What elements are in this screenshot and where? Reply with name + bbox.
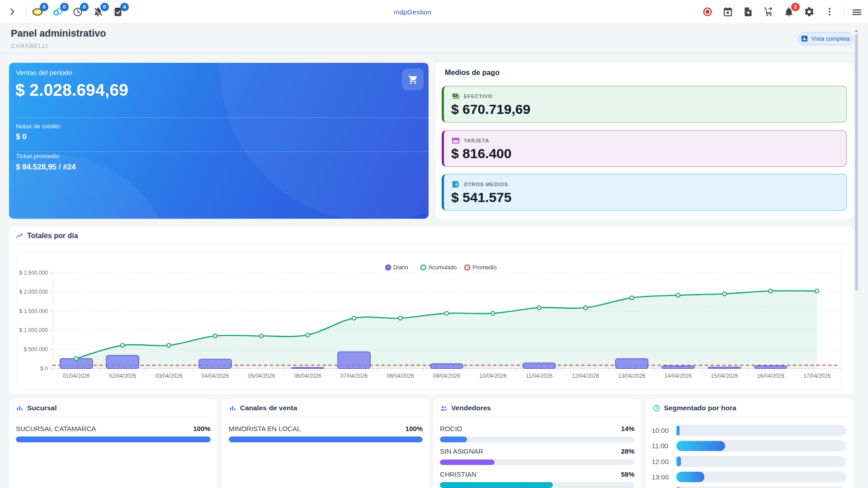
hours-card-divider <box>653 417 847 417</box>
payment-method-value: $ 541.575 <box>451 190 511 205</box>
clock-cyan-icon <box>653 404 660 412</box>
payment-method-row-tarjeta: TARJETA$ 816.400 <box>442 130 847 167</box>
topbar-left-group: 0 0 0 0 4 <box>0 0 126 23</box>
sales-card-divider <box>16 117 429 118</box>
list-item: 11:00 <box>652 440 847 451</box>
daily-totals-titlerow: Totales por día <box>16 232 78 240</box>
svg-text:$ 1.500.000: $ 1.500.000 <box>19 308 48 314</box>
svg-text:10/04/2026: 10/04/2026 <box>479 373 506 379</box>
topbar-module-icons: 0 0 0 0 4 <box>30 3 126 21</box>
branch-list: SUCURSAL CATAMARCA100% <box>16 425 211 448</box>
daily-totals-card: Totales por día $ 0$ 500.000$ 1.000.000$… <box>9 226 854 394</box>
scrollbar-up-arrow[interactable] <box>854 30 858 32</box>
people-icon <box>440 404 448 412</box>
task-check-button[interactable]: 4 <box>110 3 126 21</box>
bar-report-icon <box>801 35 808 42</box>
svg-text:12/04/2026: 12/04/2026 <box>572 373 599 379</box>
list-item: SIN ASIGNAR28% <box>440 448 634 465</box>
sync-circles-button[interactable]: 0 <box>50 3 66 21</box>
scrollbar-thumb[interactable] <box>855 34 858 291</box>
bell-button[interactable]: 2 <box>781 3 797 21</box>
progress-track <box>440 482 634 488</box>
channels-card: Canales de ventaMINORISTA EN LOCAL100% <box>222 399 430 488</box>
legend-item-diario[interactable]: Diario <box>386 264 408 271</box>
full-view-button[interactable]: Vista completa <box>798 32 853 45</box>
progress-track <box>440 436 634 442</box>
sidebar-expand-chevron-icon[interactable] <box>5 5 19 19</box>
notification-badge: 0 <box>60 3 69 11</box>
svg-text:$ 1.000.000: $ 1.000.000 <box>19 327 48 333</box>
line-chart-icon <box>16 232 24 240</box>
item-label: SUCURSAL CATAMARCA <box>16 425 96 432</box>
svg-text:Promedio: Promedio <box>472 264 497 271</box>
list-item: 12:00 <box>652 456 847 467</box>
svg-text:Acumulado: Acumulado <box>429 264 457 271</box>
svg-text:17/04/2026: 17/04/2026 <box>803 373 830 379</box>
hour-label: 13:00 <box>652 473 676 481</box>
avg-ticket-label: Ticket promedio <box>16 153 59 160</box>
payment-method-label: TARJETA <box>464 138 489 143</box>
svg-text:05/04/2026: 05/04/2026 <box>248 373 275 379</box>
record-button[interactable] <box>700 3 715 21</box>
cash-icon <box>452 92 460 100</box>
notification-badge: 2 <box>791 3 800 11</box>
list-item: 10:00 <box>652 425 847 436</box>
list-item: MINORISTA EN LOCAL100% <box>229 425 423 442</box>
svg-text:13/04/2026: 13/04/2026 <box>618 373 645 379</box>
svg-text:04/04/2026: 04/04/2026 <box>202 373 229 379</box>
item-percent: 100% <box>193 425 210 432</box>
sellers-card-title: Vendedores <box>451 404 491 412</box>
progress-fill <box>440 482 553 488</box>
list-item: 13:00 <box>652 471 847 483</box>
legend-item-acumulado[interactable]: Acumulado <box>421 264 457 271</box>
svg-text:08/04/2026: 08/04/2026 <box>387 373 414 379</box>
progress-fill <box>16 436 211 442</box>
svg-text:$ 2.500.000: $ 2.500.000 <box>19 270 48 276</box>
notifications-off-button[interactable]: 0 <box>90 3 106 21</box>
svg-text:02/04/2026: 02/04/2026 <box>109 373 136 379</box>
sellers-card-divider <box>440 417 634 417</box>
mercadopago-button[interactable]: 0 <box>30 3 45 21</box>
notification-badge: 0 <box>80 3 89 11</box>
cart-icon <box>408 75 418 85</box>
svg-text:14/04/2026: 14/04/2026 <box>665 373 692 379</box>
page-scrollbar <box>854 24 868 488</box>
clock-button[interactable]: 0 <box>70 3 85 21</box>
gear-icon <box>804 6 815 17</box>
note-add-icon <box>743 6 754 17</box>
progress-fill <box>229 436 423 442</box>
hamburger-menu-icon[interactable] <box>849 3 864 21</box>
kebab-menu-button[interactable] <box>822 3 837 21</box>
item-percent: 100% <box>406 425 423 432</box>
sales-card-title: Ventas del periodo <box>16 69 72 76</box>
daily-totals-divider <box>15 244 847 244</box>
gear-button[interactable] <box>802 3 817 21</box>
cart-checkout-button[interactable] <box>761 3 776 21</box>
calendar-button[interactable] <box>720 3 736 21</box>
svg-text:16/04/2026: 16/04/2026 <box>757 373 784 379</box>
svg-text:06/04/2026: 06/04/2026 <box>294 373 321 379</box>
item-label: MINORISTA EN LOCAL <box>229 425 301 432</box>
topbar: 0 0 0 0 4 mdpGestion <box>0 0 868 24</box>
note-add-button[interactable] <box>741 3 756 21</box>
topbar-action-icons: 2 <box>695 3 837 21</box>
legend-item-promedio[interactable]: Promedio <box>465 264 497 271</box>
svg-text:09/04/2026: 09/04/2026 <box>433 373 460 379</box>
payment-methods-card: Medios de pago EFECTIVO$ 670.719,69 TARJ… <box>435 63 854 219</box>
hour-label: 11:00 <box>652 442 676 450</box>
cart-button[interactable] <box>402 69 424 90</box>
hours-card-title: Segmentado por hora <box>664 404 736 412</box>
header-divider <box>0 53 854 54</box>
branch-card-divider <box>16 417 211 417</box>
hour-track <box>676 440 847 451</box>
progress-fill <box>440 460 495 465</box>
hour-track <box>676 471 847 483</box>
bar-chart-icon <box>229 404 236 412</box>
progress-fill <box>440 436 467 442</box>
payment-method-value: $ 816.400 <box>451 146 511 161</box>
hour-track <box>676 425 847 436</box>
credit-notes-label: Notas de crédito <box>16 123 60 130</box>
app-title: mdpGestion <box>128 8 697 16</box>
payment-method-row-efectivo: EFECTIVO$ 670.719,69 <box>442 86 847 122</box>
record-icon <box>702 6 713 17</box>
